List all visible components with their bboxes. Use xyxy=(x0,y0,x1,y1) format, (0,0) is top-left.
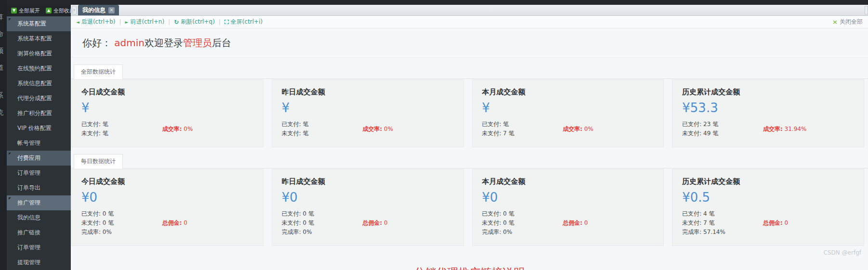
stat-unpaid: 未支付: 0 笔 xyxy=(482,219,563,228)
sidebar-item-order-export[interactable]: 订单导出 xyxy=(7,180,71,195)
sidebar-group-promotion-management[interactable]: 推广管理 xyxy=(7,195,71,210)
collapse-all-icon: ▲ xyxy=(46,8,52,13)
refresh-icon: ↻ xyxy=(174,19,179,26)
watermark: CSDN @erfgf xyxy=(824,249,861,256)
card-amount: ¥0 xyxy=(282,190,454,205)
stat-unpaid: 未支付: 0 笔 xyxy=(81,219,162,228)
greeting-role: 管理员 xyxy=(183,37,212,49)
stat-card-month: 本月成交金额 ¥ 已支付: 笔 未支付: 7 笔 成交率: 0% xyxy=(472,79,664,147)
card-stats: 已支付: 0 笔 未支付: 0 笔 完成率: 0% xyxy=(282,209,363,237)
card-highlight: 总佣金: 0 xyxy=(162,219,253,227)
fullscreen-icon xyxy=(224,20,229,24)
section-all-data-stats: 全部数据统计 今日成交金额 ¥ 已支付: 笔 未支付: 笔 成交率: 0% xyxy=(71,64,868,147)
promo-title: 分销代理推广链接说明 xyxy=(71,265,868,270)
stat-card-yesterday: 昨日成交金额 ¥0 已支付: 0 笔 未支付: 0 笔 完成率: 0% 总佣金:… xyxy=(272,169,464,246)
back-button[interactable]: ◄ 后退(ctrl+b) xyxy=(76,18,116,26)
fullscreen-label: 全屏(ctrl+i) xyxy=(231,18,263,26)
sidebar-item-vip-price-config[interactable]: VIP 价格配置 xyxy=(7,121,71,136)
collapsed-panel-strip: 算 命 预 道 系 统 xyxy=(0,0,7,270)
stat-paid: 已支付: 0 笔 xyxy=(282,209,363,219)
card-title: 昨日成交金额 xyxy=(282,88,454,97)
tab-all-data-stats[interactable]: 全部数据统计 xyxy=(74,64,123,79)
sidebar-item-withdrawal-management[interactable]: 提现管理 xyxy=(7,255,71,270)
card-amount: ¥0 xyxy=(81,190,253,205)
sidebar-item-system-basic-config[interactable]: 系统基本配置 xyxy=(7,31,71,46)
stat-card-month: 本月成交金额 ¥0 已支付: 0 笔 未支付: 0 笔 完成率: 0% 总佣金:… xyxy=(472,169,664,246)
window-tab-bar: ‹ 我的信息 × xyxy=(71,5,868,16)
toolbar-separator xyxy=(219,19,221,26)
stat-unpaid: 未支付: 笔 xyxy=(282,129,363,138)
card-highlight: 成交率: 0% xyxy=(162,125,253,133)
sidebar-item-order-management[interactable]: 订单管理 xyxy=(7,166,71,180)
fullscreen-button[interactable]: 全屏(ctrl+i) xyxy=(224,18,263,26)
vertical-title-char: 命 xyxy=(0,30,3,39)
expand-all-icon: ▼ xyxy=(11,8,17,13)
sidebar-item-promo-links[interactable]: 推广链接 xyxy=(7,225,71,240)
section-tab-row: 全部数据统计 xyxy=(71,64,868,79)
card-amount: ¥53.3 xyxy=(682,101,854,115)
sidebar: ▼ 全部展开 ▲ 全部收起 系统基配置 系统基本配置 测算价格配置 在线预约配置… xyxy=(7,5,71,270)
stat-card-row: 今日成交金额 ¥ 已支付: 笔 未支付: 笔 成交率: 0% 昨日成交金额 ¥ xyxy=(71,79,868,147)
card-title: 今日成交金额 xyxy=(81,177,253,186)
expand-all-label: 全部展开 xyxy=(19,7,40,14)
stat-paid: 已支付: 0 笔 xyxy=(81,209,162,219)
card-stats: 已支付: 笔 未支付: 7 笔 xyxy=(482,120,563,138)
sidebar-item-promo-points-config[interactable]: 推广积分配置 xyxy=(7,106,71,121)
sidebar-item-order-management-2[interactable]: 订单管理 xyxy=(7,240,71,255)
stat-card-row: 今日成交金额 ¥0 已支付: 0 笔 未支付: 0 笔 完成率: 0% 总佣金:… xyxy=(71,168,868,246)
forward-button[interactable]: ► 前进(ctrl+n) xyxy=(125,18,165,26)
stat-completion: 完成率: 0% xyxy=(482,228,563,237)
toolbar-separator xyxy=(119,19,121,26)
card-title: 本月成交金额 xyxy=(482,88,654,97)
refresh-button[interactable]: ↻ 刷新(ctrl+q) xyxy=(174,18,215,26)
refresh-label: 刷新(ctrl+q) xyxy=(181,18,215,26)
card-stats: 已支付: 笔 未支付: 笔 xyxy=(282,120,363,138)
stat-unpaid: 未支付: 0 笔 xyxy=(282,219,363,228)
greeting-suffix: 后台 xyxy=(212,37,231,49)
card-highlight: 总佣金: 0 xyxy=(763,219,854,227)
stat-card-today: 今日成交金额 ¥0 已支付: 0 笔 未支付: 0 笔 完成率: 0% 总佣金:… xyxy=(71,169,263,246)
card-title: 本月成交金额 xyxy=(482,177,654,186)
stat-unpaid: 未支付: 7 笔 xyxy=(682,219,763,228)
welcome-message: 你好： admin欢迎登录管理员后台 xyxy=(71,28,868,58)
sidebar-item-account-management[interactable]: 帐号管理 xyxy=(7,136,71,151)
tab-scroll-right-button[interactable] xyxy=(865,6,868,14)
main-content: ‹ 我的信息 × ◄ 后退(ctrl+b) ► 前进(ctrl+n) ↻ 刷新(… xyxy=(71,5,868,270)
card-title: 历史累计成交金额 xyxy=(682,177,854,186)
stat-unpaid: 未支付: 7 笔 xyxy=(482,129,563,138)
navigation-toolbar: ◄ 后退(ctrl+b) ► 前进(ctrl+n) ↻ 刷新(ctrl+q) 全… xyxy=(71,16,868,28)
sidebar-item-online-booking-config[interactable]: 在线预约配置 xyxy=(7,61,71,76)
vertical-title-char: 系 xyxy=(0,91,3,100)
forward-label: 前进(ctrl+n) xyxy=(131,18,165,26)
card-stats: 已支付: 23 笔 未支付: 49 笔 xyxy=(682,120,763,138)
card-amount: ¥0.5 xyxy=(682,190,854,205)
sidebar-item-system-info-config[interactable]: 系统信息配置 xyxy=(7,76,71,91)
section-daily-data-stats: 每日数据统计 今日成交金额 ¥0 已支付: 0 笔 未支付: 0 笔 完成率: … xyxy=(71,154,868,246)
sidebar-group-paid-apps[interactable]: 付费应用 xyxy=(7,151,71,166)
sidebar-group-system-base-config[interactable]: 系统基配置 xyxy=(7,16,71,31)
sidebar-item-agent-share-config[interactable]: 代理分成配置 xyxy=(7,91,71,106)
close-all-button[interactable]: × 关闭全部 xyxy=(832,18,863,26)
stat-paid: 已支付: 笔 xyxy=(282,120,363,129)
card-title: 今日成交金额 xyxy=(81,88,253,97)
card-amount: ¥0 xyxy=(482,190,654,205)
collapse-all-button[interactable]: ▲ 全部收起 xyxy=(46,7,75,14)
stat-paid: 已支付: 4 笔 xyxy=(682,209,763,219)
sidebar-item-my-info[interactable]: 我的信息 xyxy=(7,210,71,225)
tab-daily-data-stats[interactable]: 每日数据统计 xyxy=(74,154,123,168)
stat-card-history: 历史累计成交金额 ¥53.3 已支付: 23 笔 未支付: 49 笔 成交率: … xyxy=(672,79,864,147)
card-stats: 已支付: 0 笔 未支付: 0 笔 完成率: 0% xyxy=(482,209,563,237)
tab-my-info[interactable]: 我的信息 × xyxy=(78,5,119,15)
expand-all-button[interactable]: ▼ 全部展开 xyxy=(11,7,40,14)
sidebar-item-calc-price-config[interactable]: 测算价格配置 xyxy=(7,46,71,61)
card-title: 历史累计成交金额 xyxy=(682,88,854,97)
section-tab-row: 每日数据统计 xyxy=(71,154,868,168)
tab-my-info-label: 我的信息 xyxy=(82,6,105,14)
card-highlight: 成交率: 0% xyxy=(362,125,453,133)
stat-paid: 已支付: 0 笔 xyxy=(482,209,563,219)
stat-unpaid: 未支付: 笔 xyxy=(81,129,162,138)
close-all-label: 关闭全部 xyxy=(840,18,863,26)
vertical-title-char: 预 xyxy=(0,47,3,55)
tab-close-icon[interactable]: × xyxy=(108,7,115,13)
card-amount: ¥ xyxy=(482,101,654,115)
